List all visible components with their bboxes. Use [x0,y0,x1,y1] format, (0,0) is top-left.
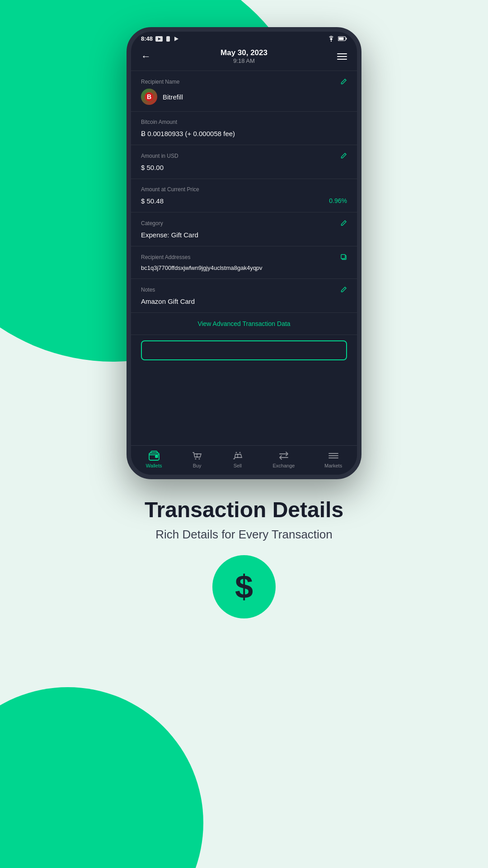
markets-label: Markets [324,463,342,468]
bitcoin-amount-row: Bitcoin Amount Ƀ 0.00180933 (+ 0.000058 … [131,112,357,145]
wallets-icon [149,450,160,461]
promo-title: Transaction Details [36,497,452,522]
category-row: Category Expense: Gift Card [131,212,357,246]
phone-content[interactable]: Recipient Name B Bitrefill Bitcoin Amoun… [131,71,357,455]
svg-point-16 [235,452,237,453]
advanced-link[interactable]: View Advanced Transaction Data [131,313,357,335]
header-title: May 30, 2023 9:18 AM [221,48,267,64]
exchange-label: Exchange [272,463,295,468]
sell-icon [232,450,243,461]
bitcoin-amount-label: Bitcoin Amount [141,119,347,125]
recipient-addresses-value: bc1q3j7700ffdsxjwfwn9jgjy4uclstma8gak4yq… [141,264,347,272]
address-copy-icon[interactable] [340,254,347,260]
bg-decoration-arc [0,687,203,868]
svg-rect-13 [155,455,158,458]
bitcoin-amount-value: Ƀ 0.00180933 (+ 0.000058 fee) [141,129,347,138]
menu-line-1 [337,53,347,54]
nav-wallets[interactable]: Wallets [146,450,162,468]
promo-section: Transaction Details Rich Details for Eve… [0,479,488,632]
price-change-badge: 0.96% [329,197,347,206]
buy-icon [192,450,202,461]
menu-line-2 [337,56,347,57]
status-left: 8:48 [141,35,179,42]
svg-point-17 [239,452,240,453]
back-button[interactable]: ← [141,51,151,62]
recipient-name-label: Recipient Name [141,78,347,85]
svg-point-15 [199,458,200,460]
amount-usd-row: Amount in USD $ 50.00 [131,145,357,179]
svg-text:B: B [147,93,151,100]
svg-marker-3 [174,37,178,41]
status-time: 8:48 [141,35,153,42]
amount-usd-edit-icon[interactable] [340,152,347,159]
phone-frame: 8:48 ← May 30, 2023 9:18 AM [127,27,361,479]
amount-current-price-row: Amount at Current Price $ 50.48 0.96% [131,179,357,212]
menu-button[interactable] [337,53,347,60]
recipient-logo: B [141,89,157,105]
action-button[interactable] [141,340,347,360]
phone-notch [224,32,264,42]
recipient-name-value: B Bitrefill [141,89,347,105]
action-btn-area [131,335,357,367]
category-label: Category [141,220,347,226]
sell-label: Sell [234,463,242,468]
recipient-name-row: Recipient Name B Bitrefill [131,71,357,112]
amount-usd-label: Amount in USD [141,152,347,159]
wifi-icon [327,36,335,42]
recipient-edit-icon[interactable] [340,78,347,85]
notes-value: Amazon Gift Card [141,297,347,306]
status-right [327,36,347,42]
amount-usd-value: $ 50.00 [141,163,347,172]
header-time-display: 9:18 AM [221,57,267,64]
bottom-nav: Wallets Buy [131,445,357,475]
exchange-icon [278,450,289,461]
phone-wrapper: 8:48 ← May 30, 2023 9:18 AM [0,0,488,479]
nav-exchange[interactable]: Exchange [272,450,295,468]
promo-subtitle: Rich Details for Every Transaction [36,528,452,542]
svg-rect-6 [339,38,344,40]
markets-icon [328,450,339,461]
svg-point-14 [195,458,197,460]
battery-icon [338,36,347,41]
svg-point-4 [331,41,332,42]
nav-markets[interactable]: Markets [324,450,342,468]
nav-sell[interactable]: Sell [232,450,243,468]
recipient-addresses-label: Recipient Addresses [141,254,347,260]
notes-row: Notes Amazon Gift Card [131,279,357,313]
amount-current-price-value: $ 50.48 0.96% [141,196,347,206]
nav-buy[interactable]: Buy [192,450,202,468]
wallets-label: Wallets [146,463,162,468]
buy-label: Buy [193,463,202,468]
svg-rect-7 [346,38,347,40]
svg-rect-2 [166,36,170,42]
svg-rect-11 [341,255,345,259]
play-icon [174,36,179,42]
phone-icon [165,36,171,42]
menu-line-3 [337,59,347,60]
dollar-circle: $ [212,555,276,618]
youtube-icon [155,36,163,42]
notes-edit-icon[interactable] [340,286,347,293]
category-edit-icon[interactable] [340,220,347,226]
amount-current-price-label: Amount at Current Price [141,186,347,193]
notes-label: Notes [141,286,347,293]
recipient-addresses-row: Recipient Addresses bc1q3j7700ffdsxjwfwn… [131,246,357,279]
app-header: ← May 30, 2023 9:18 AM [131,44,357,71]
category-value: Expense: Gift Card [141,230,347,240]
header-date: May 30, 2023 [221,48,267,57]
